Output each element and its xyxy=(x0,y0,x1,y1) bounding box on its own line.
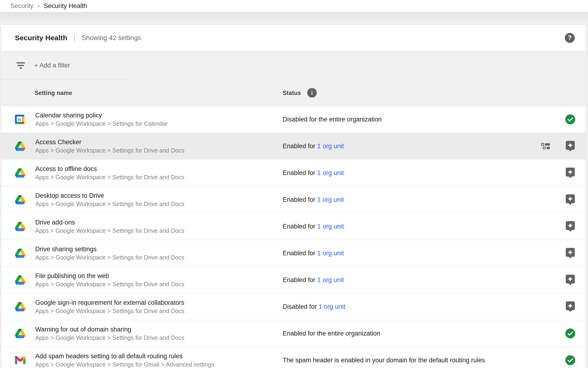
setting-name: Calendar sharing policy xyxy=(35,111,168,120)
info-icon[interactable]: i xyxy=(307,88,317,98)
row-text: Desktop access to Drive Apps > Google Wo… xyxy=(35,191,184,208)
column-header-status: Status xyxy=(283,90,301,96)
status-plain-text: Enabled for xyxy=(283,196,315,203)
drive-icon xyxy=(15,168,26,178)
setting-path: Apps > Google Workspace > Settings for D… xyxy=(35,334,184,342)
security-health-screen: Security › Security Health Security Heal… xyxy=(0,0,588,368)
title-separator: | xyxy=(74,34,75,42)
drive-icon xyxy=(15,275,26,285)
suggestion-icon[interactable] xyxy=(566,194,575,205)
row-text: Add spam headers setting to all default … xyxy=(35,352,214,368)
status-plain-text: Enabled for xyxy=(283,169,315,176)
filter-band: + Add a filter Setting name Status i xyxy=(1,51,586,106)
status-ok-icon xyxy=(565,114,575,124)
suggestion-icon[interactable] xyxy=(566,221,575,232)
drive-icon xyxy=(15,248,26,258)
suggestion-icon[interactable] xyxy=(566,141,575,152)
breadcrumb-current-page: Security Health xyxy=(44,2,87,10)
status-plain-text: Enabled for the entire organization xyxy=(283,330,380,337)
status-text: Enabled for the entire organization xyxy=(283,330,380,337)
org-unit-link[interactable]: 1 org unit xyxy=(317,143,344,150)
setting-path: Apps > Google Workspace > Settings for D… xyxy=(35,147,184,154)
status-text: Enabled for1 org unit xyxy=(283,276,344,284)
security-health-card: Security Health | Showing 42 settings ? … xyxy=(1,25,586,368)
table-row[interactable]: Warning for out of domain sharing Apps >… xyxy=(1,320,586,347)
table-row[interactable]: Access Checker Apps > Google Workspace >… xyxy=(1,133,586,160)
breadcrumb-security-link[interactable]: Security xyxy=(10,2,34,10)
setting-name: Drive add-ons xyxy=(35,218,184,227)
status-text: Disabled for1 org unit xyxy=(283,303,345,311)
table-row[interactable]: Drive sharing settings Apps > Google Wor… xyxy=(1,240,586,267)
org-unit-link[interactable]: 1 org unit xyxy=(317,223,344,230)
org-unit-link[interactable]: 1 org unit xyxy=(317,169,344,176)
page-title: Security Health xyxy=(15,34,67,42)
table-row[interactable]: Access to offline docs Apps > Google Wor… xyxy=(1,160,586,186)
table-row[interactable]: Google sign-in requirement for external … xyxy=(1,294,586,320)
row-text: Warning for out of domain sharing Apps >… xyxy=(35,325,184,342)
drive-icon xyxy=(15,195,26,205)
status-plain-text: The spam header is enabled in your domai… xyxy=(283,357,485,364)
card-header: Security Health | Showing 42 settings ? xyxy=(1,25,586,51)
org-units-icon xyxy=(541,143,550,149)
filter-bar[interactable]: + Add a filter xyxy=(1,51,586,80)
svg-text:31: 31 xyxy=(18,118,22,121)
status-plain-text: Enabled for xyxy=(283,223,315,230)
setting-name: Warning for out of domain sharing xyxy=(35,325,184,334)
table-row[interactable]: Desktop access to Drive Apps > Google Wo… xyxy=(1,186,586,213)
setting-path: Apps > Google Workspace > Settings for G… xyxy=(35,361,214,368)
table-row[interactable]: Add spam headers setting to all default … xyxy=(1,347,586,368)
gmail-icon xyxy=(15,355,26,365)
row-text: Google sign-in requirement for external … xyxy=(35,298,184,315)
status-plain-text: Disabled for the entire organization xyxy=(283,116,382,123)
row-text: Access Checker Apps > Google Workspace >… xyxy=(35,138,184,154)
row-text: Drive sharing settings Apps > Google Wor… xyxy=(35,245,184,261)
setting-name: Desktop access to Drive xyxy=(35,191,184,200)
row-text: Drive add-ons Apps > Google Workspace > … xyxy=(35,218,184,235)
column-header-setting-name: Setting name xyxy=(35,90,72,96)
setting-name: Access to offline docs xyxy=(35,165,184,173)
org-unit-link[interactable]: 1 org unit xyxy=(317,250,344,257)
setting-path: Apps > Google Workspace > Settings for D… xyxy=(35,200,184,208)
setting-path: Apps > Google Workspace > Settings for C… xyxy=(35,120,168,128)
org-unit-link[interactable]: 1 org unit xyxy=(317,196,344,203)
status-text: Enabled for1 org unit xyxy=(283,223,344,230)
settings-count: Showing 42 settings xyxy=(82,34,141,42)
status-ok-icon xyxy=(565,355,575,365)
status-text: Enabled for1 org unit xyxy=(283,143,344,150)
setting-name: File publishing on the web xyxy=(35,272,184,280)
suggestion-icon[interactable] xyxy=(566,248,575,258)
suggestion-icon[interactable] xyxy=(566,275,575,285)
page-background: Security Health | Showing 42 settings ? … xyxy=(0,12,588,368)
row-text: Access to offline docs Apps > Google Wor… xyxy=(35,165,184,181)
status-plain-text: Enabled for xyxy=(283,276,315,284)
row-text: File publishing on the web Apps > Google… xyxy=(35,272,184,288)
suggestion-icon[interactable] xyxy=(566,302,575,312)
breadcrumb: Security › Security Health xyxy=(0,0,588,12)
drive-icon xyxy=(15,329,26,338)
drive-icon xyxy=(15,141,26,151)
row-text: Calendar sharing policy Apps > Google Wo… xyxy=(35,111,168,128)
table-row[interactable]: File publishing on the web Apps > Google… xyxy=(1,267,586,294)
suggestion-icon[interactable] xyxy=(566,168,575,178)
help-button[interactable]: ? xyxy=(565,33,575,43)
status-text: The spam header is enabled in your domai… xyxy=(283,357,485,364)
chevron-right-icon: › xyxy=(38,3,40,9)
drive-icon xyxy=(15,302,26,312)
setting-path: Apps > Google Workspace > Settings for D… xyxy=(35,280,184,288)
table-header-row: Setting name Status i xyxy=(1,80,586,106)
org-unit-link[interactable]: 1 org unit xyxy=(319,303,345,310)
drive-icon xyxy=(15,221,26,231)
add-filter-button[interactable]: + Add a filter xyxy=(34,62,70,69)
calendar-icon: 31 xyxy=(15,114,26,124)
status-text: Enabled for1 org unit xyxy=(283,196,344,203)
setting-name: Drive sharing settings xyxy=(35,245,184,254)
settings-table-body: 31 Calendar sharing policy Apps > Google… xyxy=(1,106,586,368)
setting-path: Apps > Google Workspace > Settings for D… xyxy=(35,227,184,235)
status-text: Disabled for the entire organization xyxy=(283,116,382,123)
status-plain-text: Enabled for xyxy=(283,250,315,257)
table-row[interactable]: 31 Calendar sharing policy Apps > Google… xyxy=(1,106,586,133)
table-row[interactable]: Drive add-ons Apps > Google Workspace > … xyxy=(1,213,586,240)
question-mark-icon: ? xyxy=(568,35,572,41)
status-ok-icon xyxy=(565,329,575,338)
org-unit-link[interactable]: 1 org unit xyxy=(317,276,344,284)
